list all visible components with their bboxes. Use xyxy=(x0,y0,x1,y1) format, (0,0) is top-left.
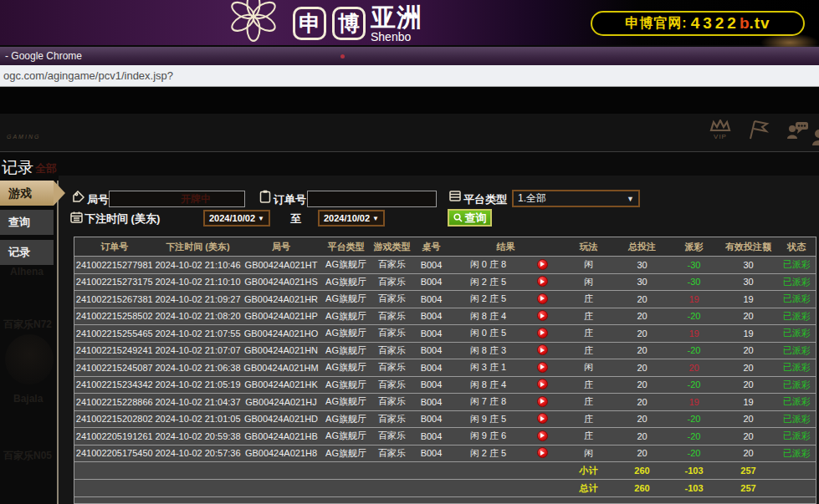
official-site-suffix: .tv xyxy=(750,14,770,33)
total-row: 总计 260 -103 257 xyxy=(74,480,816,497)
cell-round-id: GB00424A021HO xyxy=(242,325,321,343)
replay-icon[interactable] xyxy=(537,310,548,321)
cell-round-id: GB00424A021H8 xyxy=(242,445,321,462)
table-row: 241002215255465 2024-10-02 21:07:55 GB00… xyxy=(74,325,816,343)
replay-icon[interactable] xyxy=(537,276,548,287)
cell-total-bet: 20 xyxy=(616,376,669,394)
cell-play: 庄 xyxy=(562,291,616,308)
cell-valid-bet: 20 xyxy=(719,359,778,377)
cell-play: 庄 xyxy=(562,428,616,445)
replay-icon[interactable] xyxy=(537,430,548,441)
page-title: 记录 xyxy=(2,157,33,179)
round-input[interactable] xyxy=(109,191,245,207)
order-label: 订单号 xyxy=(274,192,306,207)
cell-order-id: 241002215245087 xyxy=(74,359,155,377)
cell-play: 庄 xyxy=(562,394,616,411)
cell-platform: AG旗舰厅 xyxy=(321,359,371,377)
cell-bet-time: 2024-10-02 21:06:38 xyxy=(155,359,242,377)
cell-total-bet: 20 xyxy=(616,291,669,308)
cell-payout: -20 xyxy=(669,376,719,394)
result-text: 闲 8 庄 4 xyxy=(470,379,506,391)
cell-total-bet: 20 xyxy=(616,359,669,377)
table-header-row: 订单号 下注时间 (美东) 局号 平台类型 游戏类型 桌号 结果 玩法 总投注 … xyxy=(74,237,816,257)
replay-icon[interactable] xyxy=(537,328,548,339)
sidebar-item-query[interactable]: 查询 xyxy=(0,210,54,235)
replay-icon[interactable] xyxy=(537,447,548,458)
cell-total-bet: 20 xyxy=(616,342,669,359)
sidebar-item-records[interactable]: 记录 xyxy=(0,240,54,265)
cell-status: 已派彩 xyxy=(778,342,816,359)
table-row: 241002215249241 2024-10-02 21:07:07 GB00… xyxy=(74,342,816,359)
tag-icon xyxy=(73,191,84,202)
records-tbody: 241002215277981 2024-10-02 21:10:46 GB00… xyxy=(74,257,816,504)
order-input[interactable] xyxy=(307,191,437,207)
cell-table-no: B004 xyxy=(413,445,450,462)
cell-valid-bet: 30 xyxy=(719,257,778,274)
cell-game-type: 百家乐 xyxy=(371,445,413,462)
background-watermark: 百家乐N72 xyxy=(3,318,52,332)
date-to-value: 2024/10/02 xyxy=(324,213,370,223)
official-site-number: 4322 xyxy=(691,14,740,33)
cell-round-id: GB00424A021HN xyxy=(242,342,321,359)
replay-icon[interactable] xyxy=(537,396,548,407)
round-label: 局号 xyxy=(87,192,109,207)
records-table: 订单号 下注时间 (美东) 局号 平台类型 游戏类型 桌号 结果 玩法 总投注 … xyxy=(74,237,816,504)
chat-button[interactable] xyxy=(784,119,811,140)
search-icon xyxy=(453,213,463,222)
cell-payout: 19 xyxy=(669,291,719,308)
replay-icon[interactable] xyxy=(537,259,548,270)
col-game-type: 游戏类型 xyxy=(371,237,413,257)
official-site-pill[interactable]: 申博官网: 4322 b .tv xyxy=(591,11,805,36)
cell-round-id: GB00424A021HM xyxy=(242,359,321,377)
cell-status: 已派彩 xyxy=(778,291,816,308)
replay-icon[interactable] xyxy=(537,379,548,389)
logo-region-text: 亚洲 xyxy=(371,5,422,30)
cell-play: 庄 xyxy=(562,376,616,394)
cell-valid-bet: 20 xyxy=(719,410,778,428)
col-status: 状态 xyxy=(778,237,816,257)
flag-icon xyxy=(747,119,770,140)
cell-valid-bet: 30 xyxy=(719,273,778,291)
date-to-picker[interactable]: 2024/10/02 ▼ xyxy=(318,210,385,227)
subtotal-row: 小计 260 -103 257 xyxy=(74,462,816,480)
replay-icon[interactable] xyxy=(537,293,548,304)
url-text: ogc.com/agingame/pcv1/index.jsp? xyxy=(3,69,173,82)
cell-result: 闲 2 庄 5 xyxy=(450,445,562,462)
result-text: 闲 2 庄 5 xyxy=(470,293,506,305)
records-content: 记录 全部 Alhena 百家乐N72 Bajala 百家乐N05 游戏 查询 … xyxy=(0,152,819,504)
flag-button[interactable] xyxy=(745,119,772,140)
calendar-icon xyxy=(70,211,83,223)
cell-bet-time: 2024-10-02 21:01:05 xyxy=(155,410,242,428)
platform-type-label: 平台类型 xyxy=(463,192,507,207)
chat-icon xyxy=(785,119,810,140)
result-text: 闲 8 庄 3 xyxy=(470,344,506,357)
vip-crown-icon xyxy=(709,120,731,132)
date-from-picker[interactable]: 2024/10/02 ▼ xyxy=(203,210,270,227)
cell-table-no: B004 xyxy=(413,410,450,428)
col-payout: 派彩 xyxy=(669,237,719,257)
cell-result: 闲 9 庄 6 xyxy=(450,428,562,445)
platform-select[interactable]: 1.全部 ▼ xyxy=(512,190,640,207)
cell-table-no: B004 xyxy=(413,376,450,394)
search-button-label: 查询 xyxy=(465,211,487,226)
vip-button[interactable]: VIP xyxy=(707,120,734,140)
browser-address-bar[interactable]: ogc.com/agingame/pcv1/index.jsp? xyxy=(0,65,819,87)
window-title: - Google Chrome xyxy=(5,50,82,62)
col-platform: 平台类型 xyxy=(321,237,371,257)
cell-payout: -20 xyxy=(669,445,719,462)
to-label: 至 xyxy=(290,211,301,227)
cell-total-bet: 20 xyxy=(616,428,669,445)
replay-icon[interactable] xyxy=(537,362,548,373)
replay-icon[interactable] xyxy=(537,344,548,355)
cell-play: 庄 xyxy=(562,410,616,428)
total-total-bet: 260 xyxy=(616,480,669,497)
vip-caption: VIP xyxy=(714,133,727,140)
sidebar-item-games[interactable]: 游戏 xyxy=(0,181,54,206)
result-text: 闲 9 庄 5 xyxy=(470,413,506,425)
cell-order-id: 241002215228866 xyxy=(74,394,155,411)
col-table-no: 桌号 xyxy=(413,237,450,257)
cell-status: 已派彩 xyxy=(778,359,816,377)
search-button[interactable]: 查询 xyxy=(448,209,492,227)
replay-icon[interactable] xyxy=(537,413,548,424)
cell-round-id: GB00424A021HJ xyxy=(242,394,321,411)
